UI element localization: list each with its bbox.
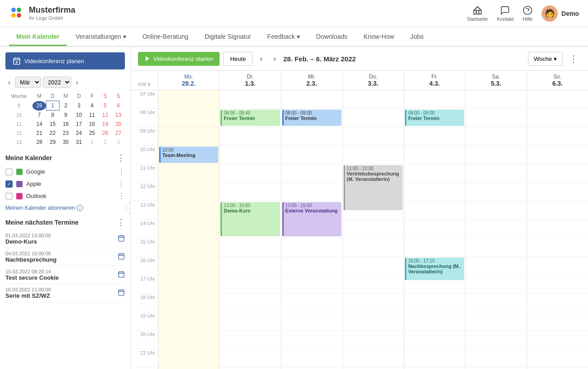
- mini-cal-day[interactable]: 20: [112, 120, 125, 129]
- calendar-cell[interactable]: [404, 164, 465, 182]
- calendar-cell[interactable]: [527, 275, 588, 293]
- calendar-cell[interactable]: [158, 257, 219, 275]
- today-button[interactable]: Heute: [223, 52, 253, 66]
- calendar-cell[interactable]: [527, 183, 588, 201]
- calendar-cell[interactable]: [158, 312, 219, 330]
- calendar-cell[interactable]: [465, 90, 526, 108]
- calendar-cell[interactable]: 08:00 - 08:45Freier Termin: [219, 109, 280, 127]
- calendar-cell[interactable]: [219, 257, 280, 275]
- mini-cal-day[interactable]: 22: [46, 129, 59, 138]
- google-checkbox[interactable]: [5, 168, 13, 175]
- calendar-cell[interactable]: [465, 146, 526, 164]
- calendar-cell[interactable]: [465, 127, 526, 145]
- calendar-cell[interactable]: [158, 294, 219, 312]
- calendar-cell[interactable]: [158, 220, 219, 238]
- calendar-cell[interactable]: [219, 331, 280, 349]
- calendar-cell[interactable]: [404, 146, 465, 164]
- calendar-cell[interactable]: [219, 312, 280, 330]
- calendar-cell[interactable]: [342, 90, 404, 108]
- calendar-cell[interactable]: [219, 146, 280, 164]
- calendar-cell[interactable]: [281, 183, 342, 201]
- calendar-cell[interactable]: [342, 275, 404, 293]
- week-view-button[interactable]: Woche ▾: [528, 52, 563, 66]
- mini-cal-day[interactable]: 29: [46, 138, 59, 147]
- calendar-cell[interactable]: [465, 183, 526, 201]
- mini-cal-day[interactable]: 3: [72, 101, 85, 111]
- outlook-checkbox[interactable]: [5, 193, 13, 200]
- mini-cal-day[interactable]: 28: [32, 101, 46, 111]
- calendar-cell[interactable]: [404, 183, 465, 201]
- calendar-cell[interactable]: [281, 238, 342, 256]
- mini-cal-day[interactable]: 12: [99, 111, 112, 120]
- calendar-cell[interactable]: [158, 127, 219, 145]
- calendar-cell[interactable]: [281, 146, 342, 164]
- event-block[interactable]: 13:00 - 15:00Demo-Kurs: [220, 202, 280, 236]
- calendar-cell[interactable]: [465, 109, 526, 127]
- calendar-cell[interactable]: [465, 275, 526, 293]
- calendar-cell[interactable]: [158, 331, 219, 349]
- calendar-cell[interactable]: [281, 294, 342, 312]
- mini-cal-day[interactable]: 18: [86, 120, 99, 129]
- calendar-cell[interactable]: [465, 201, 526, 219]
- nav-item-know-how[interactable]: Know-How: [356, 28, 401, 46]
- mini-cal-day[interactable]: 7: [32, 111, 46, 120]
- start-videoconf-button[interactable]: Videokonferenz starten: [138, 52, 220, 66]
- mini-cal-next-btn[interactable]: ›: [73, 78, 81, 88]
- calendar-cell[interactable]: [342, 220, 404, 238]
- my-calendars-more-btn[interactable]: ⋮: [117, 154, 125, 162]
- mini-cal-day[interactable]: 11: [86, 111, 99, 120]
- plan-videoconf-button[interactable]: Videokonferenz planen: [5, 52, 125, 69]
- mini-cal-day[interactable]: 24: [72, 129, 85, 138]
- calendar-cell[interactable]: [465, 220, 526, 238]
- calendar-cell[interactable]: [158, 349, 219, 367]
- mini-cal-day[interactable]: 16: [59, 120, 72, 129]
- apple-more-btn[interactable]: ⋮: [118, 180, 125, 188]
- mini-cal-day[interactable]: 13: [112, 111, 125, 120]
- calendar-cell[interactable]: 08:00 - 09:00Freier Termin: [281, 109, 342, 127]
- calendar-cell[interactable]: [465, 331, 526, 349]
- event-block[interactable]: 13:00 - 15:00Externe Veranstaltung: [282, 202, 341, 236]
- calendar-cell[interactable]: [281, 312, 342, 330]
- calendar-cell[interactable]: [465, 294, 526, 312]
- mini-cal-day[interactable]: 14: [32, 120, 46, 129]
- calendar-cell[interactable]: 16:00 - 17:15Nachbesprechung (M. Veranst…: [404, 257, 465, 275]
- calendar-cell[interactable]: [342, 331, 404, 349]
- calendar-cell[interactable]: [527, 127, 588, 145]
- calendar-cell[interactable]: [527, 238, 588, 256]
- event-block[interactable]: 08:00 - 08:45Freier Termin: [220, 110, 280, 126]
- calendar-cell[interactable]: [219, 164, 280, 182]
- mini-cal-day[interactable]: 4: [86, 101, 99, 111]
- appointment-item[interactable]: 15.03.2022 08:20:14 Test secure Cookie: [5, 266, 125, 284]
- calendar-cell[interactable]: [465, 349, 526, 367]
- mini-cal-day[interactable]: 15: [46, 120, 59, 129]
- help-nav-item[interactable]: Hilfe: [523, 5, 533, 22]
- mini-cal-day[interactable]: 28: [32, 138, 46, 147]
- calendar-cell[interactable]: 10:00Team-Meeting: [158, 146, 219, 164]
- mini-cal-day[interactable]: 25: [86, 129, 99, 138]
- calendar-cell[interactable]: [465, 238, 526, 256]
- calendar-cell[interactable]: [281, 90, 342, 108]
- calendar-cell[interactable]: [158, 238, 219, 256]
- calendar-cell[interactable]: [158, 201, 219, 219]
- outlook-more-btn[interactable]: ⋮: [118, 192, 125, 200]
- google-more-btn[interactable]: ⋮: [118, 167, 125, 176]
- next-appointments-more-btn[interactable]: ⋮: [117, 218, 125, 226]
- calendar-cell[interactable]: [527, 257, 588, 275]
- calendar-cell[interactable]: [158, 183, 219, 201]
- event-block[interactable]: 08:00 - 09:00Freier Termin: [282, 110, 341, 126]
- mini-cal-prev-btn[interactable]: ‹: [5, 78, 13, 88]
- mini-cal-day[interactable]: 31: [72, 138, 85, 147]
- mini-cal-day[interactable]: 23: [59, 129, 72, 138]
- calendar-cell[interactable]: [404, 349, 465, 367]
- calendar-cell[interactable]: [527, 312, 588, 330]
- mini-cal-day[interactable]: 3: [112, 138, 125, 147]
- calendar-cell[interactable]: [527, 90, 588, 108]
- calendar-cell[interactable]: [404, 312, 465, 330]
- calendar-cell[interactable]: [465, 257, 526, 275]
- mini-cal-day[interactable]: 8: [46, 111, 59, 120]
- calendar-cell[interactable]: [342, 238, 404, 256]
- calendar-cell[interactable]: [158, 90, 219, 108]
- nav-item-veranstaltungen[interactable]: Veranstaltungen ▾: [69, 28, 133, 46]
- calendar-cell[interactable]: [219, 183, 280, 201]
- nav-item-downloads[interactable]: Downloads: [309, 28, 354, 46]
